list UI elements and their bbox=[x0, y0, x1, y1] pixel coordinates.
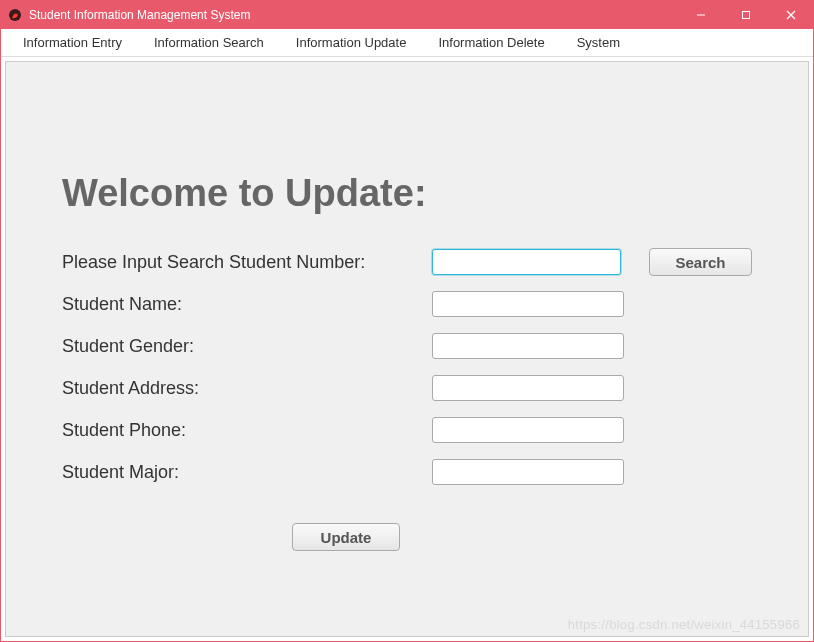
svg-rect-2 bbox=[742, 12, 749, 19]
menu-system[interactable]: System bbox=[561, 30, 636, 55]
student-gender-row: Student Gender: bbox=[62, 331, 752, 361]
search-button[interactable]: Search bbox=[649, 248, 752, 276]
page-title: Welcome to Update: bbox=[62, 172, 752, 215]
student-address-input[interactable] bbox=[432, 375, 624, 401]
maximize-button[interactable] bbox=[723, 1, 768, 29]
student-major-row: Student Major: bbox=[62, 457, 752, 487]
window-title: Student Information Management System bbox=[29, 8, 250, 22]
menu-information-search[interactable]: Information Search bbox=[138, 30, 280, 55]
search-row: Please Input Search Student Number: Sear… bbox=[62, 247, 752, 277]
student-phone-row: Student Phone: bbox=[62, 415, 752, 445]
student-name-input[interactable] bbox=[432, 291, 624, 317]
content-area: Welcome to Update: Please Input Search S… bbox=[5, 61, 809, 637]
minimize-button[interactable] bbox=[678, 1, 723, 29]
menu-information-delete[interactable]: Information Delete bbox=[422, 30, 560, 55]
student-address-row: Student Address: bbox=[62, 373, 752, 403]
menu-information-update[interactable]: Information Update bbox=[280, 30, 423, 55]
student-number-input[interactable] bbox=[432, 249, 621, 275]
menubar: Information Entry Information Search Inf… bbox=[1, 29, 813, 57]
update-row: Update bbox=[62, 523, 752, 551]
watermark: https://blog.csdn.net/weixin_44155966 bbox=[568, 617, 800, 632]
student-phone-label: Student Phone: bbox=[62, 420, 432, 441]
app-icon bbox=[7, 7, 23, 23]
update-button[interactable]: Update bbox=[292, 523, 400, 551]
close-button[interactable] bbox=[768, 1, 813, 29]
window-controls bbox=[678, 1, 813, 29]
titlebar: Student Information Management System bbox=[1, 1, 813, 29]
student-major-input[interactable] bbox=[432, 459, 624, 485]
menu-information-entry[interactable]: Information Entry bbox=[7, 30, 138, 55]
student-phone-input[interactable] bbox=[432, 417, 624, 443]
student-major-label: Student Major: bbox=[62, 462, 432, 483]
app-window: Student Information Management System In… bbox=[0, 0, 814, 642]
student-gender-input[interactable] bbox=[432, 333, 624, 359]
student-name-row: Student Name: bbox=[62, 289, 752, 319]
search-label: Please Input Search Student Number: bbox=[62, 252, 432, 273]
student-address-label: Student Address: bbox=[62, 378, 432, 399]
student-name-label: Student Name: bbox=[62, 294, 432, 315]
student-gender-label: Student Gender: bbox=[62, 336, 432, 357]
